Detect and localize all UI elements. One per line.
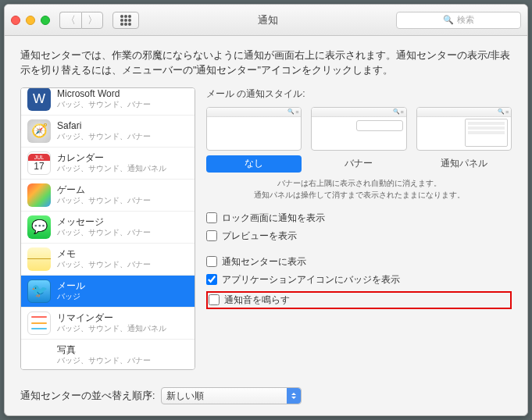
chk-center-box[interactable] (206, 256, 217, 267)
game-icon (27, 183, 51, 207)
chk-notification-center[interactable]: 通知センターに表示 (206, 255, 512, 269)
search-placeholder: 検索 (457, 14, 474, 26)
description-text: 通知センターでは、作業の邪魔にならないように通知が画面右上に表示されます。通知セ… (5, 36, 527, 87)
mail-icon: 🐦 (27, 279, 51, 303)
show-all-button[interactable] (112, 12, 139, 29)
traffic-lights (11, 16, 50, 25)
app-sub: バッジ、サウンド、通知パネル (57, 324, 166, 333)
zoom-button[interactable] (41, 16, 50, 25)
style-panel-label: 通知パネル (416, 155, 512, 173)
app-row-photo[interactable]: ✳︎写真バッジ、サウンド、バナー (21, 340, 195, 371)
app-name: Safari (57, 120, 151, 131)
photo-icon: ✳︎ (27, 343, 51, 367)
app-name: メモ (57, 248, 151, 259)
style-none[interactable]: 🔍≡ なし (206, 107, 302, 173)
sort-select[interactable]: 新しい順 (161, 387, 302, 404)
titlebar: 〈 〉 通知 🔍 検索 (5, 5, 527, 36)
search-icon: 🔍 (443, 15, 454, 25)
chk-lock-screen[interactable]: ロック画面に通知を表示 (206, 212, 512, 225)
minimize-button[interactable] (26, 16, 35, 25)
chk-badge[interactable]: アプリケーションアイコンにバッジを表示 (206, 273, 512, 287)
app-row-game[interactable]: ゲームバッジ、サウンド、バナー (21, 180, 195, 212)
app-sub: バッジ、サウンド、バナー (57, 132, 151, 141)
style-hint: バナーは右上隅に表示され自動的に消えます。通知パネルは操作して消すまで表示された… (206, 177, 512, 201)
grid-icon (120, 15, 131, 26)
highlight-box: 通知音を鳴らす (206, 291, 512, 309)
app-name: Microsoft Word (57, 88, 151, 99)
style-none-label: なし (206, 155, 302, 173)
chk-sound[interactable]: 通知音を鳴らす (209, 294, 290, 307)
app-name: 写真 (57, 344, 151, 355)
app-sub: バッジ、サウンド、バナー (57, 260, 151, 269)
style-title: メール の通知スタイル: (206, 87, 512, 101)
reminders-icon (27, 311, 51, 335)
preview-panel: 🔍≡ (416, 107, 512, 151)
window-title: 通知 (145, 13, 390, 27)
app-name: メール (57, 280, 85, 291)
style-chooser: 🔍≡ なし 🔍≡ バナー 🔍≡ 通知パネル (206, 107, 512, 173)
chevron-updown-icon (287, 388, 301, 404)
nav-buttons: 〈 〉 (59, 12, 103, 29)
safari-icon: 🧭 (27, 119, 51, 143)
preview-banner: 🔍≡ (311, 107, 406, 151)
app-sub: バッジ、サウンド、バナー (57, 196, 151, 205)
msg-icon: 💬 (27, 215, 51, 239)
app-row-msg[interactable]: 💬メッセージバッジ、サウンド、バナー (21, 212, 195, 244)
style-panel[interactable]: 🔍≡ 通知パネル (416, 107, 512, 173)
sort-value: 新しい順 (166, 390, 204, 403)
search-field[interactable]: 🔍 検索 (396, 12, 521, 29)
app-list[interactable]: WMicrosoft Wordバッジ、サウンド、バナー🧭Safariバッジ、サウ… (20, 87, 195, 371)
chk-badge-box[interactable] (206, 274, 217, 285)
forward-button[interactable]: 〉 (81, 12, 103, 29)
style-banner[interactable]: 🔍≡ バナー (311, 107, 406, 173)
app-row-word[interactable]: WMicrosoft Wordバッジ、サウンド、バナー (21, 87, 195, 116)
app-sub: バッジ、サウンド、バナー (57, 100, 151, 109)
style-banner-label: バナー (311, 155, 406, 173)
notifications-prefpane: 〈 〉 通知 🔍 検索 通知センターでは、作業の邪魔にならないように通知が画面右… (4, 4, 528, 416)
app-name: カレンダー (57, 152, 166, 163)
calendar-icon: JUL17 (27, 151, 51, 175)
notes-icon (27, 247, 51, 271)
footer: 通知センターの並べ替え順序: 新しい順 (5, 379, 527, 415)
chk-lock-screen-box[interactable] (206, 212, 217, 223)
app-row-memo[interactable]: メモバッジ、サウンド、バナー (21, 244, 195, 276)
content-area: WMicrosoft Wordバッジ、サウンド、バナー🧭Safariバッジ、サウ… (5, 87, 527, 380)
app-row-safari[interactable]: 🧭Safariバッジ、サウンド、バナー (21, 116, 195, 148)
chk-sound-box[interactable] (209, 294, 220, 305)
chk-preview[interactable]: プレビューを表示 (206, 230, 512, 243)
word-icon: W (27, 87, 51, 111)
app-row-rem[interactable]: リマインダーバッジ、サウンド、通知パネル (21, 308, 195, 340)
detail-pane: メール の通知スタイル: 🔍≡ なし 🔍≡ バナー 🔍≡ 通知パネル バナーは右… (206, 87, 512, 371)
app-row-cal[interactable]: JUL17カレンダーバッジ、サウンド、通知パネル (21, 148, 195, 180)
preview-none: 🔍≡ (206, 107, 302, 151)
app-sub: バッジ、サウンド、バナー (57, 228, 151, 237)
close-button[interactable] (11, 16, 20, 25)
app-sub: バッジ (57, 292, 85, 301)
app-name: ゲーム (57, 184, 151, 195)
app-sub: バッジ、サウンド、バナー (57, 356, 151, 365)
chk-preview-box[interactable] (206, 230, 217, 241)
sort-label: 通知センターの並べ替え順序: (20, 390, 155, 403)
back-button[interactable]: 〈 (59, 12, 81, 29)
app-sub: バッジ、サウンド、通知パネル (57, 164, 166, 173)
app-name: メッセージ (57, 216, 151, 227)
app-row-mail[interactable]: 🐦メールバッジ (21, 276, 195, 308)
app-name: リマインダー (57, 312, 166, 323)
